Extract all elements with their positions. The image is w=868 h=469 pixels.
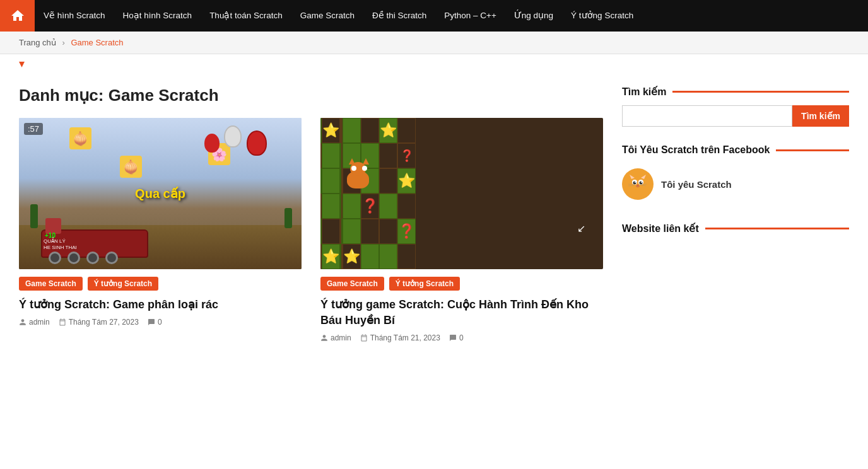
breadcrumb: Trang chủ › Game Scratch — [19, 38, 849, 47]
breadcrumb-arrow: ▾ — [0, 54, 868, 73]
tag-game-scratch-2[interactable]: Game Scratch — [320, 277, 384, 291]
post-title-1[interactable]: Ý tưởng Scratch: Game phân loại rác — [19, 297, 302, 313]
nav-item-de-thi[interactable]: Đề thi Scratch — [363, 0, 435, 32]
cell — [397, 118, 416, 143]
breadcrumb-home-link[interactable]: Trang chủ — [19, 38, 56, 47]
breadcrumb-bar: Trang chủ › Game Scratch — [0, 32, 868, 54]
nav-item-y-tuong[interactable]: Ý tưởng Scratch — [562, 0, 642, 32]
breadcrumb-current: Game Scratch — [71, 38, 123, 47]
cell — [322, 194, 340, 219]
svg-point-9 — [640, 182, 643, 185]
facebook-profile-name: Tôi yêu Scratch — [661, 179, 732, 190]
thumb2-cursor: ↙ — [577, 223, 585, 234]
thumb1-train: +10 QUẢN LÝHE SINH THAI — [41, 229, 148, 258]
cell — [379, 244, 397, 269]
post-date-2: Tháng Tám 21, 2023 — [360, 333, 440, 342]
cell — [343, 118, 361, 143]
svg-point-8 — [633, 182, 636, 185]
search-box: Tìm kiếm — [622, 105, 849, 127]
cell-star3: ⭐ — [397, 168, 416, 194]
nav-home-button[interactable] — [0, 0, 35, 32]
cell-qmark3: ❓ — [397, 219, 416, 244]
thumb1-balloon3 — [204, 134, 220, 153]
cell — [343, 219, 361, 244]
cell — [322, 143, 340, 168]
scratch-cat-icon — [624, 170, 652, 198]
post-tags-1: Game Scratch Ý tưởng Scratch — [19, 277, 302, 291]
nav-item-python[interactable]: Python – C++ — [435, 0, 505, 32]
thumbnail-image-1: :57 🧅 🧅 🌸 Qua cấp — [19, 118, 302, 269]
category-title: Danh mục: Game Scratch — [19, 86, 603, 105]
author-icon-2 — [320, 334, 328, 342]
thumb1-item1: 🧅 — [69, 127, 91, 149]
post-thumbnail-2[interactable]: ⭐ ⭐ — [320, 118, 603, 269]
thumb1-item2: 🧅 — [120, 156, 142, 178]
post-tags-2: Game Scratch Ý tưởng Scratch — [320, 277, 603, 291]
posts-grid: :57 🧅 🧅 🌸 Qua cấp — [19, 118, 603, 342]
comment-icon-2 — [449, 334, 457, 342]
search-title: Tìm kiếm — [622, 86, 849, 98]
thumb1-timer: :57 — [24, 123, 43, 135]
cell — [379, 219, 397, 244]
main-nav: Vẽ hình Scratch Hoạt hình Scratch Thuật … — [0, 0, 868, 32]
home-icon — [10, 8, 25, 23]
post-comments-2: 0 — [449, 333, 464, 342]
calendar-icon-2 — [360, 334, 368, 342]
cell — [322, 168, 340, 194]
cell — [397, 244, 416, 269]
cell — [379, 168, 397, 194]
page-container: Danh mục: Game Scratch :57 🧅 🧅 🌸 — [0, 73, 868, 355]
post-comments-1: 0 — [148, 318, 162, 327]
cell-fox — [340, 168, 341, 194]
facebook-profile[interactable]: Tôi yêu Scratch — [622, 163, 849, 205]
tag-game-scratch-1[interactable]: Game Scratch — [19, 277, 83, 291]
sidebar-website-links-section: Website liên kết — [622, 223, 849, 234]
cell — [361, 244, 379, 269]
cell-star2: ⭐ — [379, 118, 397, 143]
cell-qmark1: ❓ — [397, 143, 416, 168]
post-title-2[interactable]: Ý tưởng game Scratch: Cuộc Hành Trình Đế… — [320, 297, 603, 328]
cell — [397, 194, 416, 219]
sidebar: Tìm kiếm Tìm kiếm Tôi Yêu Scratch trên F… — [622, 86, 849, 342]
post-date-1: Tháng Tám 27, 2023 — [59, 318, 139, 327]
cell-star5: ⭐ — [343, 244, 361, 269]
cell — [361, 118, 379, 143]
author-icon — [19, 318, 26, 326]
nav-item-ung-dung[interactable]: Ứng dụng — [505, 0, 562, 32]
post-author-1: admin — [19, 318, 50, 327]
cell — [379, 143, 397, 168]
cell — [322, 219, 340, 244]
cell-star4: ⭐ — [322, 244, 340, 269]
calendar-icon-1 — [59, 318, 66, 326]
sidebar-search-section: Tìm kiếm Tìm kiếm — [622, 86, 849, 127]
nav-item-thuat-toan[interactable]: Thuật toán Scratch — [201, 0, 291, 32]
post-card-2: ⭐ ⭐ — [320, 118, 603, 342]
post-author-2: admin — [320, 333, 351, 342]
nav-item-game[interactable]: Game Scratch — [291, 0, 363, 32]
facebook-title: Tôi Yêu Scratch trên Facebook — [622, 144, 849, 156]
tag-y-tuong-2[interactable]: Ý tưởng Scratch — [389, 277, 460, 291]
nav-menu: Vẽ hình Scratch Hoạt hình Scratch Thuật … — [35, 0, 642, 32]
thumb1-cactus2 — [284, 208, 292, 228]
tag-y-tuong-1[interactable]: Ý tưởng Scratch — [88, 277, 158, 291]
nav-item-ve-hinh[interactable]: Vẽ hình Scratch — [35, 0, 114, 32]
website-links-title: Website liên kết — [622, 223, 849, 234]
thumb1-cactus — [30, 204, 38, 228]
thumb1-balloon1 — [247, 130, 267, 156]
post-meta-1: admin Tháng Tám 27, 2023 0 — [19, 318, 302, 327]
svg-point-11 — [641, 182, 642, 183]
facebook-avatar — [622, 168, 654, 200]
cell-star1: ⭐ — [322, 118, 340, 143]
cell — [361, 219, 379, 244]
search-input[interactable] — [622, 105, 792, 127]
breadcrumb-separator: › — [62, 38, 64, 47]
post-card-1: :57 🧅 🧅 🌸 Qua cấp — [19, 118, 302, 342]
post-thumbnail-1[interactable]: :57 🧅 🧅 🌸 Qua cấp — [19, 118, 302, 269]
nav-item-hoat-hinh[interactable]: Hoạt hình Scratch — [114, 0, 201, 32]
post-meta-2: admin Tháng Tám 21, 2023 0 — [320, 333, 603, 342]
comment-icon-1 — [148, 318, 155, 326]
thumb1-level-text: Qua cấp — [135, 186, 185, 201]
svg-point-10 — [635, 182, 636, 183]
search-button[interactable]: Tìm kiếm — [792, 105, 849, 127]
cell — [379, 194, 397, 219]
